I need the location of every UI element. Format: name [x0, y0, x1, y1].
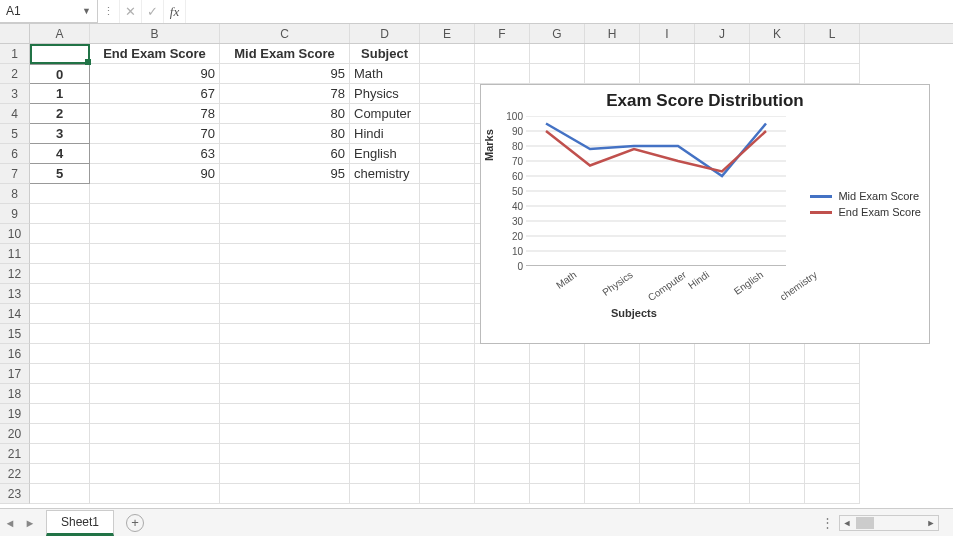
cell[interactable]: [420, 84, 475, 104]
cell[interactable]: 90: [90, 164, 220, 184]
cell[interactable]: [475, 64, 530, 84]
cell[interactable]: [695, 384, 750, 404]
cell[interactable]: [30, 464, 90, 484]
cell[interactable]: [475, 464, 530, 484]
cell[interactable]: [90, 224, 220, 244]
cell[interactable]: [220, 344, 350, 364]
cell[interactable]: [640, 64, 695, 84]
cell[interactable]: [420, 204, 475, 224]
exam-score-chart[interactable]: Exam Score Distribution Marks 0102030405…: [480, 84, 930, 344]
cell[interactable]: 90: [90, 64, 220, 84]
col-header-H[interactable]: H: [585, 24, 640, 43]
cell[interactable]: [420, 364, 475, 384]
cell[interactable]: Math: [350, 64, 420, 84]
cell[interactable]: [220, 324, 350, 344]
cell[interactable]: [350, 364, 420, 384]
cell[interactable]: [805, 464, 860, 484]
cell[interactable]: 95: [220, 164, 350, 184]
cell[interactable]: [420, 224, 475, 244]
cell[interactable]: 63: [90, 144, 220, 164]
cell[interactable]: 60: [220, 144, 350, 164]
cell[interactable]: [90, 484, 220, 504]
cell[interactable]: [420, 244, 475, 264]
cell[interactable]: [420, 64, 475, 84]
cell[interactable]: [420, 104, 475, 124]
cell[interactable]: [420, 344, 475, 364]
cell[interactable]: [475, 384, 530, 404]
cell[interactable]: [420, 164, 475, 184]
cell[interactable]: [750, 484, 805, 504]
cell[interactable]: [530, 464, 585, 484]
cell[interactable]: [585, 484, 640, 504]
cell[interactable]: English: [350, 144, 420, 164]
cell[interactable]: [420, 404, 475, 424]
scroll-right-icon[interactable]: ►: [924, 518, 938, 528]
col-header-K[interactable]: K: [750, 24, 805, 43]
row-header-21[interactable]: 21: [0, 444, 30, 464]
cell[interactable]: [220, 304, 350, 324]
cell[interactable]: [640, 44, 695, 64]
cell[interactable]: Hindi: [350, 124, 420, 144]
cell[interactable]: [475, 344, 530, 364]
cell[interactable]: [30, 44, 90, 64]
cell[interactable]: 2: [30, 104, 90, 124]
cell[interactable]: [90, 424, 220, 444]
cell[interactable]: Physics: [350, 84, 420, 104]
cell[interactable]: [350, 444, 420, 464]
cell[interactable]: chemistry: [350, 164, 420, 184]
sheet-nav-prev[interactable]: ◄: [0, 511, 20, 535]
cell[interactable]: [475, 444, 530, 464]
cell[interactable]: [530, 404, 585, 424]
confirm-icon[interactable]: ✓: [142, 0, 164, 23]
cell[interactable]: [805, 384, 860, 404]
cell[interactable]: [585, 364, 640, 384]
cell[interactable]: [350, 344, 420, 364]
cell[interactable]: [350, 484, 420, 504]
row-header-2[interactable]: 2: [0, 64, 30, 84]
row-header-23[interactable]: 23: [0, 484, 30, 504]
cell[interactable]: [30, 324, 90, 344]
cell[interactable]: 70: [90, 124, 220, 144]
cell[interactable]: [90, 284, 220, 304]
col-header-B[interactable]: B: [90, 24, 220, 43]
cell[interactable]: [30, 484, 90, 504]
cell[interactable]: [420, 484, 475, 504]
cell[interactable]: [640, 344, 695, 364]
cell[interactable]: [695, 64, 750, 84]
cell[interactable]: [90, 384, 220, 404]
col-header-C[interactable]: C: [220, 24, 350, 43]
cell[interactable]: [695, 424, 750, 444]
cancel-icon[interactable]: ✕: [120, 0, 142, 23]
cell[interactable]: [350, 224, 420, 244]
cell[interactable]: [750, 464, 805, 484]
cell[interactable]: [350, 204, 420, 224]
row-header-17[interactable]: 17: [0, 364, 30, 384]
cell[interactable]: Computer: [350, 104, 420, 124]
horizontal-scrollbar[interactable]: ◄ ►: [839, 515, 939, 531]
cell[interactable]: [530, 364, 585, 384]
cell[interactable]: [640, 404, 695, 424]
col-header-F[interactable]: F: [475, 24, 530, 43]
cell[interactable]: [220, 244, 350, 264]
cell[interactable]: [695, 464, 750, 484]
cell[interactable]: [420, 324, 475, 344]
cell[interactable]: [350, 304, 420, 324]
cell[interactable]: 4: [30, 144, 90, 164]
fx-icon[interactable]: fx: [164, 0, 186, 23]
cell[interactable]: [30, 344, 90, 364]
cell[interactable]: [475, 404, 530, 424]
cell[interactable]: [805, 424, 860, 444]
cell[interactable]: [30, 424, 90, 444]
cell[interactable]: [805, 484, 860, 504]
col-header-A[interactable]: A: [30, 24, 90, 43]
cell[interactable]: [220, 484, 350, 504]
cell[interactable]: [420, 464, 475, 484]
row-header-22[interactable]: 22: [0, 464, 30, 484]
cell[interactable]: [420, 44, 475, 64]
cell[interactable]: [90, 324, 220, 344]
scroll-left-icon[interactable]: ◄: [840, 518, 854, 528]
cell[interactable]: [220, 264, 350, 284]
cell[interactable]: [585, 424, 640, 444]
cell[interactable]: [420, 144, 475, 164]
cell[interactable]: [350, 184, 420, 204]
